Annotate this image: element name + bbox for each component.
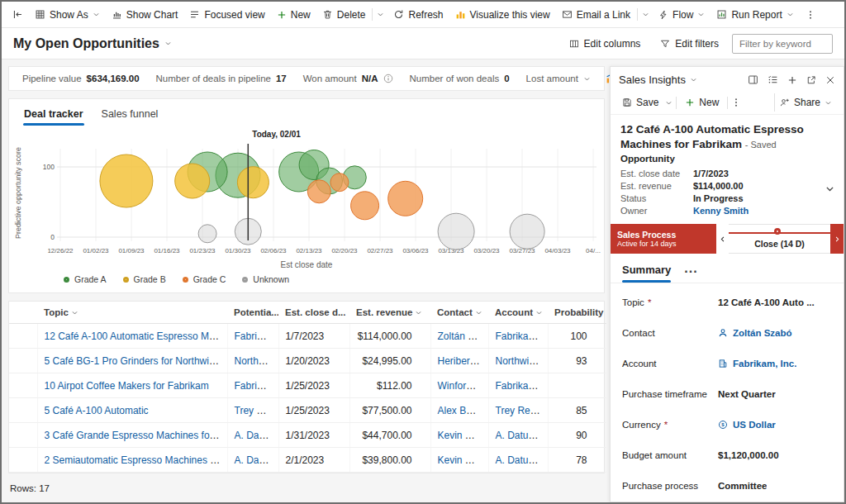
bpf-active-stage[interactable]: Sales Process Active for 14 days	[611, 224, 716, 254]
cell-topic[interactable]: 5 Café A-100 Automatic	[37, 398, 227, 423]
field-value[interactable]: Zoltán Szabó	[718, 328, 792, 338]
header-field-value[interactable]: Kenny Smith	[693, 206, 812, 216]
tabs-more[interactable]: ...	[684, 261, 697, 283]
row-checkbox-cell[interactable]	[9, 373, 37, 398]
save-button[interactable]: Save	[617, 93, 663, 112]
cmd-visualize[interactable]: Visualize this view	[449, 6, 556, 24]
deal-bubble[interactable]	[100, 155, 153, 207]
panel-selector-label[interactable]: Sales Insights	[619, 74, 686, 86]
header-expand-chevron-icon[interactable]	[825, 183, 835, 197]
deal-bubble[interactable]	[388, 181, 423, 216]
table-row[interactable]: 5 Café A-100 AutomaticTrey Rese...1/25/2…	[9, 398, 606, 423]
cell-potential[interactable]: A. Datum...	[227, 448, 278, 473]
select-all-column[interactable]	[9, 302, 37, 324]
new-record-button[interactable]: New	[680, 93, 724, 112]
cmd-refresh[interactable]: Refresh	[387, 6, 449, 24]
deal-bubble[interactable]	[237, 167, 269, 198]
cell-contact[interactable]: Winford ...	[430, 373, 488, 398]
column-menu-chevron-icon[interactable]	[475, 309, 482, 316]
cmd-run-report[interactable]: Run Report	[711, 6, 799, 24]
cell-potential[interactable]: Northwin...	[227, 349, 278, 373]
share-button[interactable]: Share	[774, 93, 837, 112]
cell-topic[interactable]: 2 Semiautomatic Espresso Machines for A.…	[37, 448, 227, 473]
field-value[interactable]: Fabrikam, Inc.	[718, 359, 796, 368]
cmd-focused-view[interactable]: Focused view	[183, 6, 270, 24]
cell-topic[interactable]: 10 Airpot Coffee Makers for Fabrikam	[37, 373, 227, 398]
col-header-contact[interactable]: Contact	[430, 302, 488, 324]
cmd-new[interactable]: New	[271, 6, 316, 24]
bpf-chevron-right-icon[interactable]	[830, 224, 844, 254]
cell-potential[interactable]: Fabrikam,...	[227, 324, 278, 349]
deal-bubble[interactable]	[510, 214, 544, 249]
add-pane-icon[interactable]	[787, 75, 797, 85]
table-row[interactable]: 10 Airpot Coffee Makers for FabrikamFabr…	[9, 373, 606, 398]
cell-contact[interactable]: Kevin Ma...	[430, 448, 488, 473]
row-checkbox-cell[interactable]	[9, 349, 37, 373]
col-header-est-close-d-[interactable]: Est. close d...	[278, 302, 349, 324]
view-selector-chevron-icon[interactable]	[164, 40, 172, 47]
bubble-chart[interactable]: 12/26/2201/02/2301/09/2301/16/2301/23/23…	[24, 126, 602, 259]
cell-topic[interactable]: 5 Café BG-1 Pro Grinders for Northwind T…	[37, 349, 227, 373]
cell-account[interactable]: Northwin...	[488, 349, 548, 373]
bpf-next-stage[interactable]: Close (14 D)	[729, 224, 830, 254]
tab-summary[interactable]: Summary	[622, 264, 671, 283]
row-checkbox-cell[interactable]	[9, 448, 37, 473]
info-icon[interactable]	[383, 74, 393, 83]
cmd-show-as[interactable]: Show As	[29, 6, 106, 24]
cell-potential[interactable]: Trey Rese...	[227, 398, 278, 423]
col-header-topic[interactable]: Topic	[37, 302, 227, 324]
row-checkbox-cell[interactable]	[9, 324, 37, 349]
cell-contact[interactable]: Zoltán Sz...	[430, 324, 488, 349]
col-header-account[interactable]: Account	[488, 302, 548, 324]
column-menu-chevron-icon[interactable]	[71, 309, 78, 316]
table-row[interactable]: 12 Café A-100 Automatic Espresso Machi..…	[9, 324, 606, 349]
save-dropdown-chevron-icon[interactable]	[665, 99, 673, 107]
col-header-probability[interactable]: Probability	[548, 302, 606, 324]
cell-account[interactable]: A. Datum...	[488, 448, 548, 473]
row-checkbox-cell[interactable]	[9, 398, 37, 423]
table-row[interactable]: 2 Semiautomatic Espresso Machines for A.…	[9, 448, 606, 473]
toolbar-more-icon[interactable]	[731, 97, 741, 107]
edit-filters-button[interactable]: Edit filters	[654, 35, 725, 53]
legend-grade-a[interactable]: Grade A	[64, 274, 107, 284]
deal-bubble[interactable]	[330, 174, 349, 192]
cmd-email-link[interactable]: Email a Link	[556, 6, 636, 24]
field-value[interactable]: $1,120,000.00	[718, 450, 779, 460]
cell-account[interactable]: Fabrikam,...	[488, 324, 548, 349]
close-panel-icon[interactable]	[825, 75, 835, 85]
bpf-chevron-left-icon[interactable]	[716, 224, 729, 254]
filter-keyword-input[interactable]	[732, 34, 833, 54]
tab-sales-funnel[interactable]: Sales funnel	[93, 102, 167, 126]
cell-topic[interactable]: 12 Café A-100 Automatic Espresso Machi..…	[37, 324, 227, 349]
cell-contact[interactable]: Kevin Ma...	[430, 423, 488, 448]
col-header-est-revenue[interactable]: Est. revenue	[349, 302, 430, 324]
deal-bubble[interactable]	[198, 225, 216, 243]
field-value[interactable]: $US Dollar	[718, 420, 776, 430]
cmd-delete-dropdown[interactable]	[373, 7, 387, 21]
checklist-icon[interactable]	[768, 74, 778, 85]
cell-potential[interactable]: A. Datum...	[227, 423, 278, 448]
column-menu-chevron-icon[interactable]	[535, 309, 543, 316]
sidepane-icon[interactable]	[748, 74, 758, 85]
cmd-email-link-dropdown[interactable]	[639, 7, 653, 21]
cell-account[interactable]: A. Datum...	[488, 423, 548, 448]
table-row[interactable]: 5 Café BG-1 Pro Grinders for Northwind T…	[9, 349, 606, 373]
panel-selector-chevron-icon[interactable]	[690, 76, 697, 83]
field-value[interactable]: Next Quarter	[718, 389, 776, 399]
cell-potential[interactable]: Fabrikam,...	[227, 373, 278, 398]
cmd-delete[interactable]: Delete	[316, 6, 372, 24]
cell-account[interactable]: Trey Rese...	[488, 398, 548, 423]
deal-bubble[interactable]	[351, 192, 379, 220]
deal-bubble[interactable]	[438, 213, 474, 250]
popout-icon[interactable]	[806, 75, 816, 85]
cmd-show-chart[interactable]: Show Chart	[106, 6, 184, 24]
col-header-potentia-[interactable]: Potentia...*	[227, 302, 278, 324]
deal-bubble[interactable]	[307, 180, 330, 203]
column-menu-chevron-icon[interactable]	[415, 309, 422, 316]
field-value[interactable]: 12 Café A-100 Auto ...	[718, 297, 815, 307]
chevron-down-icon[interactable]	[583, 75, 591, 83]
cmd-flow[interactable]: Flow	[653, 6, 711, 24]
row-checkbox-cell[interactable]	[9, 423, 37, 448]
cell-contact[interactable]: Alex Baker	[430, 398, 488, 423]
legend-grade-b[interactable]: Grade B	[123, 274, 166, 284]
